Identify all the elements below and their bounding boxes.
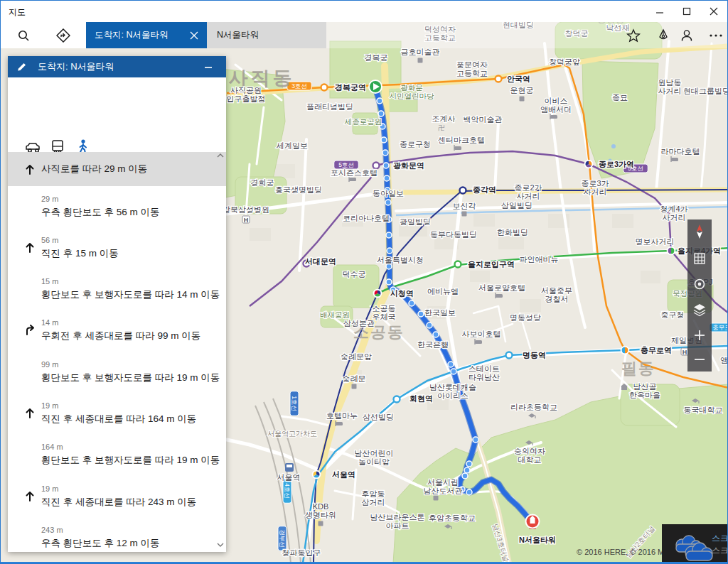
route-dot — [466, 461, 472, 467]
map-label: N서울타워 — [519, 536, 556, 544]
direction-step[interactable]: 19 m직진 후 세종대로를 따라 164 m 이동 — [8, 399, 226, 432]
route-end-marker[interactable] — [526, 515, 540, 530]
tab-search-inactive[interactable]: N서울타워 — [207, 22, 326, 48]
route-dot — [385, 200, 391, 205]
subway-station-marker[interactable] — [667, 246, 675, 254]
tab-close-icon[interactable] — [190, 31, 198, 40]
map-label: 광일빌딩 — [400, 217, 431, 226]
temple-poi-icon: 卍 — [439, 124, 445, 131]
direction-step[interactable]: 243 m우측 횡단보도 후 12 m 이동 — [8, 524, 226, 556]
subway-station-marker[interactable] — [455, 261, 461, 268]
map-label: 한국일보 — [424, 308, 456, 317]
step-distance: 15 m — [41, 277, 58, 286]
direction-step[interactable]: 14 m우회전 후 세종대로를 따라 99 m 이동 — [8, 316, 226, 349]
map-label: 회현역 — [410, 394, 433, 403]
route-dot — [418, 311, 424, 317]
compass-control[interactable] — [687, 219, 712, 244]
onedrive-cloud-icon — [668, 534, 714, 563]
route-dot — [462, 473, 468, 479]
map-label: 서울로얄호텔 — [478, 283, 525, 292]
subway-station-marker[interactable] — [496, 76, 502, 82]
map-label: 후암초등학교 — [429, 514, 476, 522]
subway-line-badge: 충무로 — [710, 323, 728, 332]
bld-poi-icon — [462, 212, 467, 217]
directions-steps-list: 사직로를 따라 29 m 이동29 m우측 횡단보도 후 56 m 이동56 m… — [8, 56, 226, 552]
direction-step[interactable]: 19 m직진 후 세종대로를 따라 243 m 이동 — [8, 482, 226, 515]
map-label: 광화문역 — [393, 161, 424, 170]
map-label: 운현궁 — [510, 86, 534, 94]
scroll-up-icon[interactable] — [217, 153, 224, 158]
subway-station-marker[interactable] — [506, 352, 513, 359]
tab-directions-active[interactable]: 도착지: N서울타워 — [86, 22, 207, 48]
step-instruction: 사직로를 따라 29 m 이동 — [41, 163, 147, 175]
map-label: 숭례문앞 — [341, 352, 372, 361]
subway-station-marker[interactable] — [312, 470, 320, 478]
map-label: 삼일빌딩 — [501, 201, 532, 210]
map-label: 강북삼성병원 — [223, 205, 269, 214]
direction-step[interactable]: 사직로를 따라 29 m 이동 — [8, 152, 226, 186]
turn-right-icon — [23, 323, 36, 336]
map-label: 한화빌딩 — [497, 228, 528, 237]
step-instruction: 횡단보도 후 보행자도로를 따라 19 m 이동 — [41, 372, 220, 384]
map-label: 덕수궁 — [343, 270, 366, 278]
search-button[interactable] — [6, 22, 41, 48]
zoom-out-icon — [693, 353, 706, 366]
account-button[interactable] — [675, 24, 699, 47]
direction-step[interactable]: 29 m우측 횡단보도 후 56 m 이동 — [8, 192, 226, 225]
zoom-out-control[interactable] — [687, 347, 712, 372]
subway-station-marker[interactable] — [373, 289, 381, 297]
bld-poi-icon — [520, 97, 525, 102]
go-straight-icon — [23, 406, 36, 419]
map-label: 코리아나호텔 — [343, 214, 390, 222]
subway-station-marker[interactable] — [621, 346, 628, 354]
route-dot — [381, 137, 387, 143]
map-label: 숭의여자대학교 — [514, 447, 545, 464]
see-more-button[interactable] — [704, 24, 728, 47]
subway-station-marker[interactable] — [584, 160, 592, 168]
subway-line-badge: 1호선 — [290, 391, 299, 416]
map-label: 현대그룹빌딩 — [683, 87, 728, 95]
map-label: 센터마크호텔 — [438, 136, 485, 144]
map-label: 사직공원입구출발점 — [227, 86, 266, 103]
toast-text-line2: 스크 — [712, 545, 728, 557]
subway-station-marker[interactable] — [321, 85, 328, 91]
route-start-marker[interactable] — [369, 80, 382, 93]
map-label: 세종로공원 — [344, 117, 382, 126]
map-attribution: © 2016 HERE, © 2016 Mic — [577, 548, 670, 556]
title-bar: 지도 — [1, 1, 727, 22]
direction-step[interactable]: 56 m직진 후 15 m 이동 — [8, 234, 226, 266]
direction-step[interactable]: 99 m횡단보도 후 보행자도로를 따라 19 m 이동 — [8, 358, 226, 391]
map-label: 창덕궁앞 — [549, 58, 580, 66]
maximize-button[interactable] — [673, 1, 700, 22]
svg-text:H: H — [682, 349, 687, 356]
step-distance: 29 m — [41, 195, 58, 203]
map-label: 서울특별시청 — [377, 256, 424, 264]
subway-line-badge: 4호선 — [283, 479, 291, 504]
subway-station-marker[interactable] — [394, 396, 400, 403]
my-location-icon — [692, 277, 707, 291]
step-instruction: 우회전 후 세종대로를 따라 99 m 이동 — [41, 330, 200, 342]
map-label: 종묘 — [612, 93, 628, 102]
tab-active-label: 도착지: N서울타워 — [95, 29, 190, 41]
subway-station-marker[interactable] — [460, 188, 466, 194]
map-label: 필동 — [621, 359, 655, 377]
map-views-control[interactable] — [687, 298, 712, 322]
direction-step[interactable]: 164 m횡단보도 후 보행자도로를 따라 19 m 이동 — [8, 440, 226, 473]
directions-button[interactable] — [46, 22, 80, 48]
my-location-control[interactable] — [687, 272, 712, 296]
zoom-in-control[interactable] — [687, 323, 712, 347]
step-distance: 19 m — [41, 401, 58, 410]
compass-icon — [692, 223, 707, 240]
map-label: 삼성본관 — [343, 319, 375, 327]
close-button[interactable] — [700, 1, 727, 22]
svg-text:5호선: 5호선 — [338, 161, 354, 168]
scroll-down-icon[interactable] — [217, 542, 224, 548]
ink-button[interactable] — [651, 24, 675, 47]
step-instruction: 직진 후 세종대로를 따라 243 m 이동 — [41, 496, 196, 509]
onedrive-toast[interactable]: 스크 스크 — [662, 524, 728, 564]
minimize-button[interactable] — [646, 1, 673, 22]
map-label: 삼선빌딩 — [363, 413, 394, 421]
favorites-button[interactable] — [621, 24, 646, 47]
tilt-control[interactable] — [687, 246, 712, 271]
direction-step[interactable]: 15 m횡단보도 후 보행자도로를 따라 14 m 이동 — [8, 275, 226, 308]
